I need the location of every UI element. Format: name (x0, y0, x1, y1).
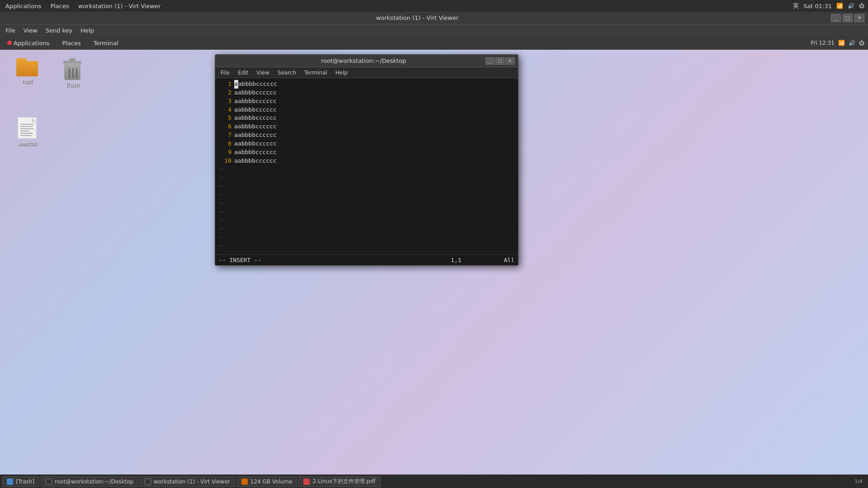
vim-line-4: 4 aabbbbcccccc (219, 106, 514, 114)
terminal-content[interactable]: 1 aabbbbcccccc 2 aabbbbcccccc 3 aabbbbcc… (215, 78, 518, 254)
term-menu-terminal[interactable]: Terminal (301, 69, 331, 77)
guest-terminal-label: Terminal (94, 40, 118, 47)
line-content-1: aabbbbcccccc (234, 80, 277, 89)
guest-desktop: Applications Places Terminal Fri 12:31 📶… (0, 36, 868, 474)
desktop-icon-westos[interactable]: westos (9, 115, 45, 149)
virt-viewer-wincontrols[interactable]: _ □ ✕ (831, 14, 864, 22)
minimize-button[interactable]: _ (831, 14, 841, 22)
vim-line-7: 7 aabbbbcccccc (219, 131, 514, 140)
term-menu-view[interactable]: View (253, 69, 273, 77)
taskbar-icon-workstation (145, 479, 151, 485)
guest-applications-label: Applications (14, 40, 49, 47)
taskbar-item-terminal[interactable]: root@workstation:~/Desktop (41, 476, 138, 487)
virt-viewer-menubar: File View Send key Help (0, 24, 868, 36)
vim-line-2: 2 aabbbbcccccc (219, 89, 514, 97)
trash-line (72, 68, 74, 78)
line-content-8: aabbbbcccccc (234, 140, 277, 148)
doc-lines (20, 124, 34, 136)
line-content-6: aabbbbcccccc (234, 122, 277, 131)
host-window-title: workstation (1) - Virt Viewer (76, 3, 163, 9)
taskbar-label-pdf: 2.Linux下的文件管理.pdf (312, 478, 375, 485)
line-content-5: aabbbbcccccc (234, 114, 277, 122)
vim-pos-scroll: 1,1 All (451, 257, 514, 263)
tilde-5: ~ (219, 199, 514, 208)
maximize-button[interactable]: □ (843, 14, 853, 22)
desktop-icon-root[interactable]: root (9, 56, 45, 86)
terminal-wincontrols[interactable]: _ □ ✕ (486, 57, 514, 65)
doc-line (20, 133, 33, 134)
vim-line-10: 10 aabbbbcccccc (219, 157, 514, 165)
trash-icon (63, 58, 81, 80)
vv-menu-view[interactable]: View (20, 26, 41, 35)
line-content-3: aabbbbcccccc (234, 97, 277, 106)
guest-terminal-menu[interactable]: Terminal (90, 39, 122, 47)
taskbar-item-pdf[interactable]: 2.Linux下的文件管理.pdf (298, 476, 380, 487)
term-menu-search[interactable]: Search (274, 69, 300, 77)
line-num-4: 4 (219, 106, 231, 114)
tilde-1: ~ (219, 165, 514, 174)
guest-power-icon: ⏻ (859, 40, 864, 46)
terminal-window: root@workstation:~/Desktop _ □ ✕ File Ed… (215, 54, 519, 266)
guest-places-menu[interactable]: Places (58, 39, 84, 47)
vv-menu-file[interactable]: File (2, 26, 19, 35)
vim-line-3: 3 aabbbbcccccc (219, 97, 514, 106)
doc-line (20, 128, 34, 129)
tilde-9: ~ (219, 233, 514, 242)
terminal-close-button[interactable]: ✕ (505, 57, 514, 65)
desktop-icon-label-westos: westos (18, 141, 37, 147)
desktop-icon-label-trash: Trash (65, 82, 80, 88)
vim-line-6: 6 aabbbbcccccc (219, 122, 514, 131)
host-time: Sat 01:31 (803, 3, 832, 9)
vv-menu-sendkey[interactable]: Send key (42, 26, 76, 35)
host-topbar-left: Applications Places workstation (1) - Vi… (4, 3, 162, 9)
doc-fold-corner (32, 117, 36, 122)
term-menu-edit[interactable]: Edit (234, 69, 252, 77)
line-num-8: 8 (219, 140, 231, 148)
terminal-minimize-button[interactable]: _ (486, 57, 495, 65)
vv-menu-help[interactable]: Help (77, 26, 98, 35)
guest-topbar-right: Fri 12:31 📶 🔊 ⏻ (811, 40, 864, 46)
vim-cursor: a (234, 80, 238, 89)
line-num-2: 2 (219, 89, 231, 97)
vim-line-5: 5 aabbbbcccccc (219, 114, 514, 122)
guest-places-label: Places (62, 40, 80, 47)
taskbar-item-workstation[interactable]: workstation (1) - Virt Viewer (140, 476, 235, 487)
host-power-icon: ⏻ (859, 3, 864, 9)
doc-icon (18, 117, 37, 139)
tilde-4: ~ (219, 191, 514, 199)
term-menu-file[interactable]: File (217, 69, 233, 77)
close-button[interactable]: ✕ (854, 14, 864, 22)
line-num-6: 6 (219, 122, 231, 131)
tilde-2: ~ (219, 174, 514, 182)
terminal-titlebar: root@workstation:~/Desktop _ □ ✕ (215, 55, 518, 67)
tilde-8: ~ (219, 225, 514, 233)
vim-spacer (465, 257, 500, 263)
taskbar-icon-terminal (46, 479, 52, 485)
line-num-9: 9 (219, 148, 231, 157)
host-volume-icon: 🔊 (848, 3, 854, 9)
trash-line (76, 68, 77, 78)
taskbar-item-volume[interactable]: 124 GB Volume (236, 476, 297, 487)
terminal-maximize-button[interactable]: □ (495, 57, 505, 65)
vim-pos: 1,1 (451, 257, 461, 263)
vim-line-8: 8 aabbbbcccccc (219, 140, 514, 148)
terminal-menubar: File Edit View Search Terminal Help (215, 67, 518, 78)
virt-viewer-chrome: workstation (1) - Virt Viewer _ □ ✕ File… (0, 12, 868, 36)
tilde-10: ~ (219, 242, 514, 250)
host-taskbar: [Trash] root@workstation:~/Desktop works… (0, 474, 868, 488)
host-applications-menu[interactable]: Applications (4, 3, 43, 9)
taskbar-icon-trash (7, 479, 13, 485)
vim-scroll: All (504, 257, 514, 263)
desktop-icon-trash[interactable]: Trash (54, 56, 90, 90)
host-places-menu[interactable]: Places (48, 3, 71, 9)
taskbar-page: 1/4 (854, 479, 863, 484)
guest-topbar-left: Applications Places Terminal (4, 39, 122, 47)
line-content-10: aabbbbcccccc (234, 157, 277, 165)
trash-body (64, 63, 80, 80)
guest-applications-menu[interactable]: Applications (4, 39, 53, 47)
vim-line-1: 1 aabbbbcccccc (219, 80, 514, 89)
terminal-title: root@workstation:~/Desktop (241, 57, 486, 64)
term-menu-help[interactable]: Help (332, 69, 351, 77)
guest-network-icon: 📶 (838, 40, 845, 46)
taskbar-item-trash[interactable]: [Trash] (2, 476, 39, 487)
